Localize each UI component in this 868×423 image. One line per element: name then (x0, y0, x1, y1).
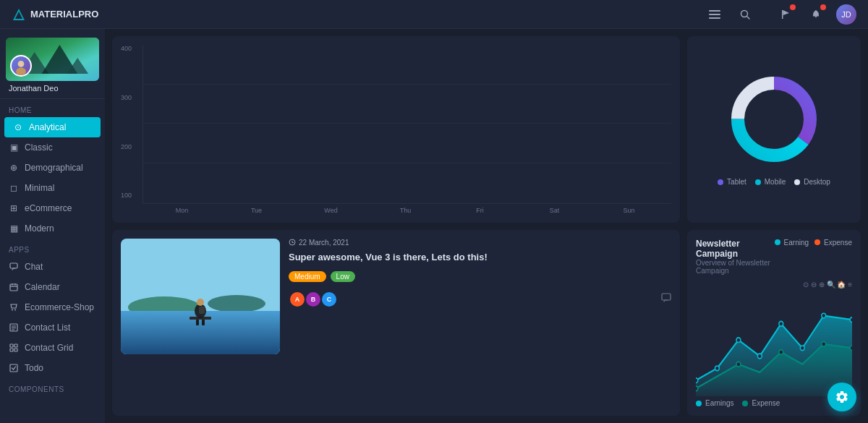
blog-avatars: A B C (289, 291, 671, 308)
donut-legend: Tablet Mobile Desktop (718, 178, 830, 186)
svg-rect-7 (782, 10, 783, 19)
legend-expense: Expense (814, 239, 852, 247)
chat-icon (9, 262, 19, 272)
blog-image (121, 239, 280, 354)
settings-fab[interactable] (827, 383, 856, 411)
svg-marker-8 (783, 10, 790, 15)
legend-mobile: Mobile (755, 178, 786, 186)
svg-rect-16 (10, 263, 17, 268)
y-axis-labels: 400 300 200 100 (121, 45, 132, 200)
sidebar-item-label: Calendar (25, 282, 60, 292)
line-chart-subtitle: Overview of Newsletter Campaign (696, 259, 775, 275)
sidebar-item-calendar[interactable]: Calendar (0, 277, 105, 297)
svg-point-61 (779, 349, 783, 354)
svg-rect-3 (709, 14, 720, 15)
minimal-icon: ◻ (9, 183, 19, 193)
ecommerce-icon: ⊞ (9, 203, 19, 213)
sidebar-item-ecommerce-shop[interactable]: Ecommerce-Shop (0, 297, 105, 317)
desktop-label: Desktop (804, 178, 830, 186)
sidebar-item-label: Demographical (25, 163, 83, 173)
sidebar-item-ecommerce[interactable]: ⊞ eCommerce (0, 198, 105, 218)
bottom-legend-expense: Expense (742, 399, 780, 407)
sidebar: Jonathan Deo Home ⊙ Analytical ▣ Classic… (0, 29, 105, 423)
svg-point-39 (208, 295, 265, 312)
main-content: 400 300 200 100 (105, 29, 868, 423)
sidebar-item-minimal[interactable]: ◻ Minimal (0, 178, 105, 198)
svg-rect-2 (709, 10, 720, 12)
sidebar-item-analytical[interactable]: ⊙ Analytical (4, 117, 101, 137)
desktop-dot (794, 179, 800, 185)
earning-dot (775, 239, 780, 245)
blog-card: 22 March, 2021 Super awesome, Vue 3 is t… (112, 230, 680, 416)
sidebar-item-label: Chat (25, 262, 43, 272)
tag-low: Low (331, 271, 355, 282)
expense-bottom-dot (742, 401, 748, 406)
search-button[interactable] (735, 4, 755, 25)
sidebar-section-home: Home (0, 99, 105, 117)
line-chart-titles: Newsletter Campaign Overview of Newslett… (696, 239, 775, 275)
svg-point-14 (18, 61, 25, 67)
sidebar-section-components: Components (0, 378, 105, 396)
classic-icon: ▣ (9, 142, 19, 153)
svg-point-43 (197, 299, 204, 306)
svg-point-58 (850, 317, 852, 322)
svg-point-59 (696, 385, 698, 390)
svg-rect-46 (202, 320, 205, 325)
svg-point-62 (822, 341, 826, 346)
hamburger-button[interactable] (705, 4, 725, 25)
svg-point-54 (757, 354, 762, 359)
modern-icon: ▦ (9, 223, 19, 234)
grid-line (143, 84, 671, 85)
sidebar-item-label: Contact Grid (25, 343, 73, 353)
profile-name: Jonathan Deo (6, 81, 99, 93)
sidebar-profile: Jonathan Deo (0, 29, 105, 99)
svg-rect-30 (14, 349, 17, 351)
svg-rect-17 (10, 284, 17, 291)
sidebar-item-todo[interactable]: Todo (0, 358, 105, 378)
notifications-badge (820, 4, 826, 10)
svg-point-52 (715, 365, 720, 370)
sidebar-item-demographical[interactable]: ⊕ Demographical (0, 158, 105, 178)
svg-rect-28 (14, 344, 17, 347)
contact-list-icon (9, 322, 19, 333)
user-avatar[interactable]: JD (836, 4, 856, 25)
sidebar-item-label: Ecommerce-Shop (25, 302, 94, 312)
blog-date: 22 March, 2021 (289, 239, 671, 247)
line-chart-top-legend: Earning Expense (775, 239, 852, 247)
blog-content: 22 March, 2021 Super awesome, Vue 3 is t… (289, 239, 671, 408)
svg-point-63 (850, 345, 852, 350)
sidebar-item-classic[interactable]: ▣ Classic (0, 137, 105, 158)
sidebar-item-modern[interactable]: ▦ Modern (0, 218, 105, 239)
bar-chart-area: 400 300 200 100 (121, 45, 671, 214)
shop-icon (9, 302, 19, 312)
svg-rect-31 (10, 364, 17, 372)
blog-avatar-2: B (305, 291, 322, 308)
sidebar-item-contact-list[interactable]: Contact List (0, 317, 105, 338)
svg-rect-45 (196, 320, 199, 325)
tag-medium: Medium (289, 271, 326, 282)
sidebar-section-apps: Apps (0, 239, 105, 257)
svg-point-51 (696, 377, 698, 383)
grid-line (143, 123, 671, 124)
svg-point-55 (779, 321, 783, 326)
notifications-button[interactable] (806, 4, 826, 25)
flag-button[interactable] (775, 4, 796, 25)
todo-icon (9, 363, 19, 373)
svg-rect-50 (662, 294, 671, 300)
svg-rect-29 (10, 349, 13, 351)
comment-button[interactable] (661, 293, 671, 305)
svg-point-21 (12, 309, 13, 311)
sidebar-item-label: Classic (25, 142, 53, 153)
bars-container (142, 45, 671, 204)
svg-point-15 (16, 68, 26, 75)
line-chart-area (696, 291, 852, 397)
donut-chart-card: Tablet Mobile Desktop (687, 36, 861, 223)
svg-point-60 (736, 362, 741, 367)
donut-chart (727, 72, 821, 166)
contact-grid-icon (9, 343, 19, 353)
blog-title: Super awesome, Vue 3 is there, Lets do t… (289, 251, 671, 264)
sidebar-item-contact-grid[interactable]: Contact Grid (0, 338, 105, 358)
sidebar-item-chat[interactable]: Chat (0, 257, 105, 277)
chart-tools: ⊙ ⊖ ⊕ 🔍 🏠 ≡ (696, 281, 852, 289)
demographical-icon: ⊕ (9, 163, 19, 173)
